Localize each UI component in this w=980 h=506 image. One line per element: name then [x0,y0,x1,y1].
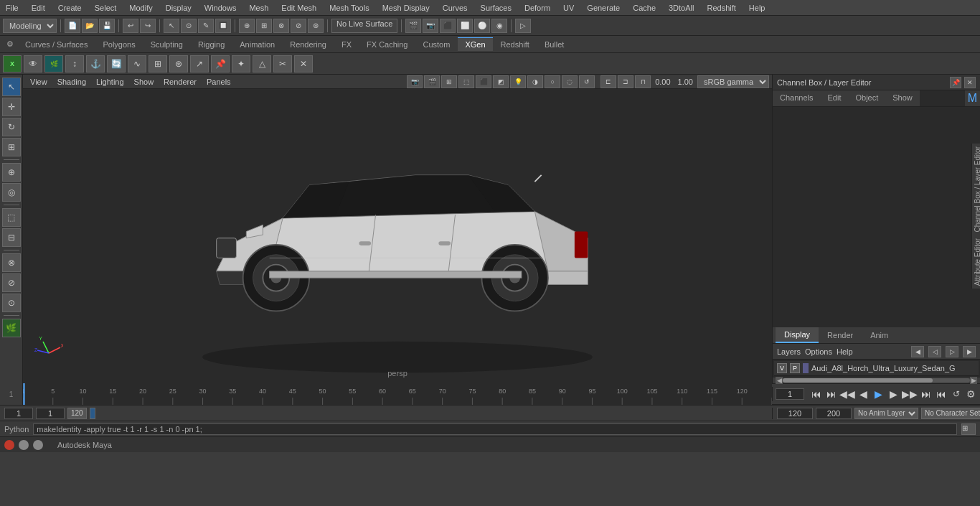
rt-anim-tab[interactable]: Anim [862,328,897,342]
xg-star-btn[interactable]: ✦ [232,55,250,72]
cb-close-btn[interactable]: ✕ [964,77,976,88]
xg-leaf-btn[interactable]: 🌿 [44,55,63,72]
xg-anchor-btn[interactable]: ⚓ [86,55,105,72]
layer-scroll-thumb[interactable] [783,378,933,383]
extra1-btn[interactable]: ▷ [515,19,531,33]
tab-gear-icon[interactable]: ⚙ [3,37,17,52]
cb-channels-tab[interactable]: Channels [773,90,820,106]
xg-pin-btn[interactable]: 📌 [211,55,230,72]
cb-edit-tab[interactable]: Edit [820,90,848,106]
pb-start-field[interactable] [4,408,33,419]
menu-display[interactable]: Display [163,2,194,14]
xg-grid-btn[interactable]: ⊞ [149,55,167,72]
rotate-tool-btn[interactable]: ↻ [2,118,21,136]
menu-modify[interactable]: Modify [126,2,155,14]
layer-scroll-track[interactable] [783,378,970,383]
vp-ss-btn[interactable]: ↺ [579,75,595,88]
layer-arrow-left-btn[interactable]: ◀ [911,346,924,357]
tab-redshift[interactable]: Redshift [494,37,537,51]
snap5-btn[interactable]: ⊛ [308,19,324,33]
new-scene-btn[interactable]: 📄 [65,19,80,33]
render3-btn[interactable]: ⬜ [457,19,473,33]
menu-mesh-display[interactable]: Mesh Display [380,2,433,14]
redo-btn[interactable]: ↪ [140,19,156,33]
win-close-btn[interactable] [4,440,14,450]
menu-mesh-tools[interactable]: Mesh Tools [326,2,372,14]
pb-loop-btn[interactable]: ↺ [950,387,962,401]
lasso-btn[interactable]: ⊙ [181,19,197,33]
xg-close-btn[interactable]: ✕ [294,55,313,72]
python-input[interactable] [33,423,957,435]
menu-deform[interactable]: Deform [522,2,553,14]
vp-motion-btn[interactable]: ◌ [562,75,578,88]
pb-step-back-btn[interactable]: ◀◀ [840,387,854,401]
tab-polygons[interactable]: Polygons [95,37,142,51]
vp-grid-btn[interactable]: ⊞ [441,75,457,88]
pb-prev-key-btn[interactable]: ⏭ [825,387,837,401]
vp-camera-btn[interactable]: 📷 [407,75,423,88]
layer-row-item[interactable]: V P Audi_A8l_Horch_Ultra_Luxury_Sedan_G [774,361,979,376]
xg-logo-btn[interactable]: X [3,55,22,72]
tab-rigging[interactable]: Rigging [191,37,232,51]
menu-edit-mesh[interactable]: Edit Mesh [278,2,319,14]
live-surface-btn[interactable]: No Live Surface [331,19,397,33]
viewport-canvas[interactable]: X Y Z persp [23,89,772,383]
layer-arrow-left2-btn[interactable]: ◁ [928,346,941,357]
menu-uv[interactable]: UV [560,2,577,14]
xg-eye-btn[interactable]: 👁 [24,55,42,72]
render-view-btn[interactable]: 🌿 [2,319,21,337]
tab-bullet[interactable]: Bullet [537,37,572,51]
pb-go-end-btn[interactable]: ⏮ [935,387,947,401]
frame-current-input[interactable] [776,388,804,400]
vp-shade-btn[interactable]: ⬛ [476,75,491,88]
pb-char-set-select[interactable]: No Character Set [921,408,980,419]
xg-curve-btn[interactable]: ∿ [128,55,146,72]
python-exec-btn[interactable]: ⊞ [961,423,976,435]
vp-gate-btn[interactable]: ⊓ [635,75,651,88]
vp-hud-btn[interactable]: ⊏ [600,75,616,88]
cb-show-tab[interactable]: Show [885,90,920,106]
vp-menu-panels[interactable]: Panels [202,76,235,88]
vp-film-btn[interactable]: 🎬 [424,75,440,88]
tab-xgen[interactable]: XGen [458,37,492,51]
tab-curves-surfaces[interactable]: Curves / Surfaces [18,37,95,51]
xg-scissors-btn[interactable]: ✂ [273,55,292,72]
xg-magnet-btn[interactable]: 🔄 [107,55,126,72]
cb-object-tab[interactable]: Object [848,90,885,106]
vp-menu-show[interactable]: Show [130,76,159,88]
tab-animation[interactable]: Animation [232,37,282,51]
menu-help[interactable]: Help [746,2,768,14]
tab-fx[interactable]: FX [334,37,359,51]
vp-mask-btn[interactable]: ⊐ [618,75,633,88]
menu-mesh[interactable]: Mesh [246,2,271,14]
layers-options[interactable]: Options [805,347,832,356]
snap-grid-btn[interactable]: ⊟ [2,228,21,247]
soft-select-btn[interactable]: ◎ [2,183,21,202]
render2-btn[interactable]: 📷 [423,19,438,33]
display1-btn[interactable]: ⊗ [2,253,21,272]
pb-next-key-btn[interactable]: ⏭ [920,387,932,401]
menu-create[interactable]: Create [55,2,85,14]
rt-display-tab[interactable]: Display [776,327,819,343]
vp-menu-renderer[interactable]: Renderer [159,76,201,88]
menu-3dtoall[interactable]: 3DtoAll [666,2,697,14]
menu-file[interactable]: File [3,2,22,14]
timeline-ruler[interactable]: 1 5 10 15 20 25 30 35 40 45 50 55 60 65 … [23,383,772,405]
paint-btn[interactable]: ✎ [198,19,214,33]
layer-scroll-right-btn[interactable]: ▶ [970,377,977,384]
xg-stamp-btn[interactable]: ⊛ [169,55,188,72]
vp-menu-shading[interactable]: Shading [53,76,90,88]
win-maximize-btn[interactable] [33,440,43,450]
layer-arrow-right2-btn[interactable]: ▶ [963,346,976,357]
menu-surfaces[interactable]: Surfaces [478,2,514,14]
pb-settings-btn[interactable]: ⚙ [965,387,977,401]
pb-range-bar[interactable] [90,408,95,419]
vp-wire-btn[interactable]: ⬚ [458,75,474,88]
tab-sculpting[interactable]: Sculpting [143,37,190,51]
win-minimize-btn[interactable] [19,440,29,450]
move-tool-btn[interactable]: ✛ [2,98,21,116]
menu-redshift[interactable]: Redshift [704,2,738,14]
pb-fwd-btn[interactable]: ▶ [887,387,900,401]
save-btn[interactable]: 💾 [99,19,115,33]
pb-play-btn[interactable]: ▶ [872,387,885,401]
